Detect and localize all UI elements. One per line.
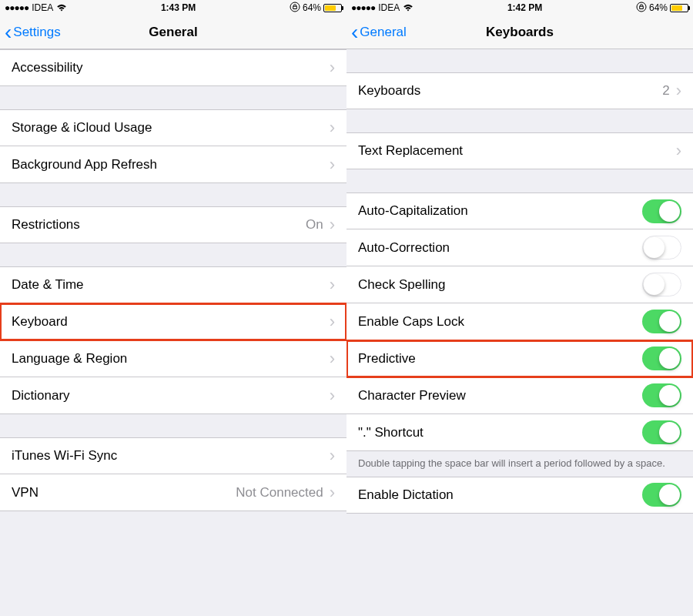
wifi-icon [56, 2, 67, 14]
orientation-lock-icon [636, 2, 647, 15]
date-time-row[interactable]: Date & Time › [0, 266, 346, 303]
carrier-label: IDEA [32, 2, 53, 13]
status-time: 1:43 PM [67, 2, 290, 13]
signal-dots-icon: ●●●●● [5, 2, 28, 13]
row-label: Text Replacement [358, 143, 676, 159]
row-label: Storage & iCloud Usage [12, 120, 330, 136]
row-label: Check Spelling [358, 277, 642, 293]
restrictions-row[interactable]: Restrictions On › [0, 206, 346, 243]
chevron-right-icon: › [330, 216, 335, 233]
row-label: Enable Caps Lock [358, 314, 642, 330]
chevron-right-icon: › [330, 276, 335, 293]
enable-caps-lock-row[interactable]: Enable Caps Lock [346, 303, 693, 340]
enable-dictation-toggle[interactable] [642, 483, 681, 507]
character-preview-toggle[interactable] [642, 383, 681, 407]
nav-bar: ‹ Settings General [0, 15, 346, 49]
chevron-right-icon: › [330, 156, 335, 173]
row-value: Not Connected [236, 485, 323, 500]
row-label: Auto-Correction [358, 240, 642, 256]
character-preview-row[interactable]: Character Preview [346, 377, 693, 414]
status-time: 1:42 PM [413, 2, 636, 13]
svg-point-1 [637, 2, 646, 12]
chevron-left-icon: ‹ [5, 22, 12, 43]
keyboards-settings-screen: ●●●●● IDEA 1:42 PM 64% ‹ General Keyboar… [346, 0, 693, 616]
row-label: Dictionary [12, 388, 330, 403]
chevron-right-icon: › [330, 313, 335, 330]
nav-bar: ‹ General Keyboards [346, 15, 693, 49]
settings-list: Accessibility › Storage & iCloud Usage ›… [0, 49, 346, 616]
signal-dots-icon: ●●●●● [351, 2, 375, 13]
chevron-right-icon: › [330, 387, 335, 404]
row-label: Character Preview [358, 388, 642, 403]
check-spelling-toggle[interactable] [642, 273, 681, 296]
back-label: Settings [13, 25, 60, 40]
dictionary-row[interactable]: Dictionary › [0, 377, 346, 414]
wifi-icon [403, 2, 413, 14]
row-label: Keyboard [12, 314, 330, 330]
row-label: Accessibility [12, 60, 330, 75]
itunes-wifi-row[interactable]: iTunes Wi-Fi Sync › [0, 437, 346, 474]
row-label: Predictive [358, 351, 642, 367]
chevron-right-icon: › [330, 119, 335, 136]
battery-icon [670, 4, 688, 12]
vpn-row[interactable]: VPN Not Connected › [0, 474, 346, 511]
row-label: Enable Dictation [358, 487, 642, 503]
row-label: Keyboards [358, 83, 662, 99]
row-label: VPN [12, 485, 236, 500]
accessibility-row[interactable]: Accessibility › [0, 49, 346, 86]
general-settings-screen: ●●●●● IDEA 1:43 PM 64% ‹ Settings Genera… [0, 0, 346, 616]
row-label: Restrictions [12, 217, 306, 233]
status-bar: ●●●●● IDEA 1:42 PM 64% [346, 0, 693, 15]
battery-icon [323, 4, 342, 12]
carrier-label: IDEA [378, 2, 400, 13]
text-replacement-row[interactable]: Text Replacement › [346, 132, 693, 169]
auto-correction-toggle[interactable] [642, 236, 681, 259]
enable-caps-lock-toggle[interactable] [642, 310, 681, 333]
svg-point-0 [290, 2, 300, 12]
back-button[interactable]: ‹ Settings [0, 22, 61, 43]
keyboards-row[interactable]: Keyboards 2 › [346, 72, 693, 109]
chevron-right-icon: › [330, 59, 335, 76]
status-bar: ●●●●● IDEA 1:43 PM 64% [0, 0, 346, 15]
language-region-row[interactable]: Language & Region › [0, 340, 346, 377]
period-shortcut-toggle[interactable] [642, 420, 681, 444]
orientation-lock-icon [290, 2, 300, 15]
storage-row[interactable]: Storage & iCloud Usage › [0, 109, 346, 146]
background-refresh-row[interactable]: Background App Refresh › [0, 146, 346, 183]
enable-dictation-row[interactable]: Enable Dictation [346, 477, 693, 514]
battery-percentage: 64% [303, 2, 321, 13]
row-label: Background App Refresh [12, 157, 330, 172]
back-button[interactable]: ‹ General [346, 22, 407, 43]
chevron-right-icon: › [676, 142, 681, 159]
predictive-toggle[interactable] [642, 346, 681, 370]
auto-capitalization-row[interactable]: Auto-Capitalization [346, 192, 693, 229]
section-footer: Double tapping the space bar will insert… [346, 451, 693, 477]
row-label: Auto-Capitalization [358, 203, 642, 219]
row-label: "." Shortcut [358, 425, 642, 440]
row-label: Date & Time [12, 277, 330, 293]
auto-capitalization-toggle[interactable] [642, 199, 681, 223]
row-label: Language & Region [12, 351, 330, 367]
chevron-right-icon: › [330, 484, 335, 501]
back-label: General [360, 25, 406, 40]
row-value: On [306, 217, 323, 233]
chevron-right-icon: › [330, 447, 335, 464]
chevron-right-icon: › [676, 82, 681, 99]
chevron-right-icon: › [330, 350, 335, 367]
row-value: 2 [662, 83, 669, 99]
chevron-left-icon: ‹ [351, 22, 358, 43]
period-shortcut-row[interactable]: "." Shortcut [346, 414, 693, 451]
keyboard-row[interactable]: Keyboard › [0, 303, 346, 340]
predictive-row[interactable]: Predictive [346, 340, 693, 377]
check-spelling-row[interactable]: Check Spelling [346, 266, 693, 303]
auto-correction-row[interactable]: Auto-Correction [346, 229, 693, 266]
battery-percentage: 64% [649, 2, 668, 13]
row-label: iTunes Wi-Fi Sync [12, 448, 330, 464]
settings-list: Keyboards 2 › Text Replacement › Auto-Ca… [346, 49, 693, 616]
